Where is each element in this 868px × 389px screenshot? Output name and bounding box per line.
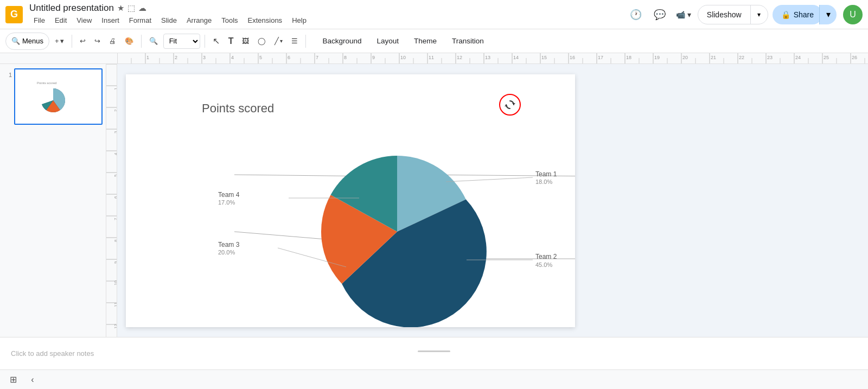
presentation-title: Untitled presentation ★ ⬚ ☁ — [29, 3, 623, 14]
cursor-tool[interactable]: ↖ — [209, 33, 223, 50]
menu-view[interactable]: View — [72, 15, 96, 26]
text-tool[interactable]: T — [225, 33, 237, 50]
chat-button[interactable]: 💬 — [650, 5, 669, 24]
toolbar-sep-1 — [72, 35, 72, 48]
svg-text:21: 21 — [711, 55, 716, 60]
cloud-icon[interactable]: ☁ — [138, 3, 146, 13]
svg-text:4: 4 — [113, 152, 117, 155]
plus-icon: + — [55, 37, 59, 45]
slideshow-main-button[interactable]: Slideshow — [698, 5, 750, 24]
pct-team3: 20.0% — [218, 249, 235, 256]
save-icon[interactable]: ⬚ — [127, 3, 135, 13]
svg-marker-113 — [505, 105, 508, 106]
toolbar-sep-4 — [305, 35, 306, 48]
svg-text:18: 18 — [626, 55, 631, 60]
menu-slide[interactable]: Slide — [157, 15, 181, 26]
app-icon: G — [5, 6, 23, 23]
transition-button[interactable]: Transition — [445, 35, 490, 47]
label-team1: Team 1 — [535, 170, 557, 178]
speaker-notes[interactable]: Click to add speaker notes — [0, 337, 868, 369]
menu-insert[interactable]: Insert — [97, 15, 124, 26]
svg-text:17: 17 — [598, 55, 603, 60]
star-icon[interactable]: ★ — [117, 3, 124, 13]
share-button[interactable]: 🔒 Share — [773, 5, 822, 24]
background-button[interactable]: Background — [316, 35, 368, 47]
speaker-notes-placeholder: Click to add speaker notes — [11, 349, 94, 358]
menu-format[interactable]: Format — [125, 15, 156, 26]
svg-text:14: 14 — [513, 55, 519, 60]
menu-tools[interactable]: Tools — [217, 15, 242, 26]
shape-tool[interactable]: ◯ — [254, 33, 269, 50]
add-chevron: ▾ — [60, 37, 64, 45]
label-team3: Team 3 — [218, 241, 240, 248]
theme-button[interactable]: Theme — [407, 35, 443, 47]
comment-tool[interactable]: ☰ — [288, 33, 301, 50]
slide-number-1: 1 — [3, 72, 12, 78]
menu-edit[interactable]: Edit — [50, 15, 71, 26]
svg-text:2: 2 — [113, 109, 117, 112]
svg-line-119 — [446, 177, 533, 182]
menus-label: Menus — [22, 37, 43, 45]
slide-toolbar: Background Layout Theme Transition — [316, 35, 490, 47]
slide-panel: 1 Points scored — [0, 64, 106, 337]
share-dropdown[interactable]: ▾ — [819, 5, 837, 24]
paintformat-button[interactable]: 🎨 — [122, 33, 137, 50]
undo-button[interactable]: ↩ — [76, 33, 89, 50]
bottom-bar: ⊞ ‹ — [0, 369, 868, 389]
rotate-handle[interactable] — [499, 94, 521, 116]
image-tool[interactable]: 🖼 — [239, 33, 252, 50]
layout-button[interactable]: Layout — [370, 35, 405, 47]
svg-text:6: 6 — [113, 196, 117, 199]
menus-button[interactable]: 🔍 Menus — [5, 33, 49, 50]
user-avatar[interactable]: U — [843, 5, 863, 24]
svg-text:5: 5 — [259, 55, 262, 60]
menu-extensions[interactable]: Extensions — [244, 15, 287, 26]
toolbar: 🔍 Menus + ▾ ↩ ↪ 🖨 🎨 🔍 Fit 50% 75% 100% 1… — [0, 29, 868, 53]
rotate-icon — [505, 99, 515, 110]
share-area: 🔒 Share ▾ — [773, 5, 837, 24]
menu-file[interactable]: File — [29, 15, 49, 26]
slideshow-button[interactable]: Slideshow ▾ — [698, 5, 768, 24]
svg-text:8: 8 — [344, 55, 347, 60]
svg-text:3: 3 — [203, 55, 206, 60]
redo-button[interactable]: ↪ — [91, 33, 104, 50]
zoom-button[interactable]: 🔍 — [146, 33, 161, 50]
print-button[interactable]: 🖨 — [106, 33, 119, 50]
svg-text:16: 16 — [570, 55, 575, 60]
svg-text:10: 10 — [113, 280, 117, 285]
slide-thumbnail-1[interactable]: Points scored — [14, 68, 103, 125]
meet-button[interactable]: 📹 ▾ — [674, 5, 693, 24]
svg-text:8: 8 — [113, 239, 117, 242]
slideshow-dropdown[interactable]: ▾ — [750, 5, 768, 24]
grid-icon: ⊞ — [10, 374, 17, 385]
svg-text:13: 13 — [485, 55, 490, 60]
grid-view-button[interactable]: ⊞ — [5, 372, 21, 387]
ruler-top-svg: 1234567891011121314151617181920212223242… — [117, 53, 868, 63]
svg-text:15: 15 — [541, 55, 547, 60]
zoom-select[interactable]: Fit 50% 75% 100% 150% — [163, 34, 200, 49]
ruler-left-svg: 123456789101112131415 — [106, 64, 117, 337]
menu-help[interactable]: Help — [288, 15, 311, 26]
svg-text:6: 6 — [288, 55, 290, 60]
svg-text:11: 11 — [113, 302, 117, 307]
pct-team2: 45.0% — [535, 262, 552, 268]
svg-marker-112 — [512, 103, 515, 105]
toolbar-sep-3 — [205, 35, 205, 48]
history-button[interactable]: 🕐 — [626, 5, 646, 24]
svg-text:1: 1 — [146, 55, 149, 60]
svg-text:20: 20 — [682, 55, 688, 60]
slide-canvas[interactable]: Points scored — [126, 74, 575, 327]
canvas-wrapper: Points scored — [117, 64, 868, 337]
add-button[interactable]: + ▾ — [52, 33, 67, 50]
svg-text:12: 12 — [457, 55, 462, 60]
label-team4: Team 4 — [218, 191, 240, 199]
menu-arrange[interactable]: Arrange — [182, 15, 216, 26]
title-text[interactable]: Untitled presentation — [29, 3, 114, 14]
svg-text:24: 24 — [795, 55, 801, 60]
svg-text:5: 5 — [113, 174, 117, 177]
slide-thumb-row-1: 1 Points scored — [3, 68, 103, 125]
svg-text:7: 7 — [113, 218, 117, 220]
line-tool[interactable]: ╱▾ — [271, 33, 286, 50]
share-label: Share — [794, 10, 814, 19]
collapse-panel-button[interactable]: ‹ — [25, 372, 40, 387]
